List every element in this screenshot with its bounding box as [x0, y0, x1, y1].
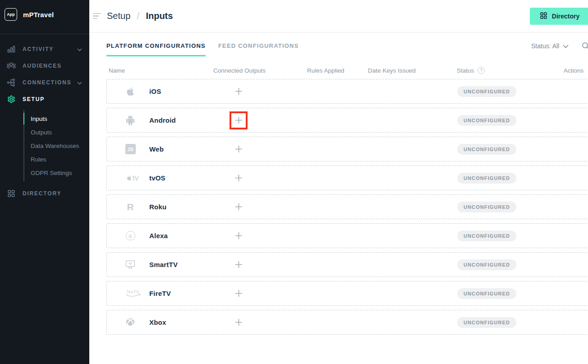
directory-button-label: Directory — [552, 13, 579, 20]
add-output-button-highlighted[interactable] — [230, 111, 248, 129]
tvos-icon: tv — [125, 174, 140, 183]
directory-button[interactable]: Directory — [530, 8, 588, 25]
sidebar-subitem-data-warehouses[interactable]: Data Warehouses — [24, 139, 89, 152]
firetv-icon: fireTV — [125, 290, 141, 298]
bar-chart-icon — [6, 45, 17, 54]
add-output-button[interactable] — [230, 83, 248, 101]
search-icon[interactable] — [581, 41, 588, 51]
column-header-rules-applied: Rules Applied — [307, 67, 368, 74]
sidebar-item-label: DIRECTORY — [23, 190, 61, 197]
sidebar-item-label: CONNECTIONS — [23, 79, 71, 86]
sidebar-subitem-rules[interactable]: Rules — [24, 152, 89, 166]
chevron-down-icon — [77, 78, 82, 87]
platform-name: FireTV — [149, 290, 171, 297]
sidebar-subitem-inputs[interactable]: Inputs — [24, 112, 89, 125]
sidebar-nav: ACTIVITY AUDIENCES — [0, 34, 89, 202]
setup-submenu: Inputs Outputs Data Warehouses Rules GDP… — [23, 110, 89, 181]
add-output-button[interactable] — [230, 140, 248, 158]
grid-icon — [540, 12, 547, 21]
add-output-button[interactable] — [230, 227, 248, 245]
grid-icon — [6, 189, 17, 198]
sidebar-item-audiences[interactable]: AUDIENCES — [0, 57, 89, 74]
main-area: Setup / Inputs Directory PLATFORM CONFIG… — [89, 0, 588, 364]
workspace-switcher[interactable]: App mPTravel — [0, 0, 89, 28]
sidebar-item-label: SETUP — [23, 96, 45, 102]
table-row-smarttv[interactable]: SmartTV UNCONFIGURED — [106, 252, 588, 277]
status-badge: UNCONFIGURED — [457, 86, 516, 97]
platform-name: Web — [149, 145, 164, 153]
chevron-down-icon — [563, 42, 569, 50]
sidebar-item-label: ACTIVITY — [23, 46, 54, 52]
table-row-xbox[interactable]: Xbox UNCONFIGURED — [106, 310, 588, 335]
people-icon — [6, 61, 17, 70]
app-logo-badge: App — [5, 8, 17, 21]
status-badge: UNCONFIGURED — [457, 115, 516, 126]
xbox-icon — [125, 318, 136, 327]
status-badge: UNCONFIGURED — [457, 230, 516, 241]
sidebar-item-setup[interactable]: SETUP — [0, 91, 89, 107]
status-badge: UNCONFIGURED — [457, 144, 516, 155]
help-icon[interactable]: ? — [478, 67, 485, 74]
column-header-date-keys-issued: Date Keys Issued — [368, 67, 457, 74]
status-badge: UNCONFIGURED — [457, 173, 516, 184]
sidebar: App mPTravel ACTIVITY — [0, 0, 89, 364]
toolbar: PLATFORM CONFIGURATIONS FEED CONFIGURATI… — [106, 42, 588, 56]
table-row-web[interactable]: JS Web UNCONFIGURED — [106, 137, 588, 161]
apple-icon — [125, 87, 136, 97]
status-badge: UNCONFIGURED — [457, 317, 516, 328]
add-output-button[interactable] — [230, 198, 248, 216]
add-output-button[interactable] — [230, 169, 248, 187]
page-title: Inputs — [146, 11, 173, 21]
sidebar-subitem-outputs[interactable]: Outputs — [24, 125, 89, 139]
status-filter-label: Status: All — [531, 42, 559, 50]
sidebar-item-label: AUDIENCES — [23, 63, 62, 69]
collapse-menu-icon[interactable] — [93, 13, 103, 19]
column-header-connected-outputs: Connected Outputs — [213, 67, 307, 74]
roku-icon: R — [125, 202, 136, 212]
column-header-status: Status — [457, 67, 474, 74]
sidebar-item-connections[interactable]: CONNECTIONS — [0, 74, 89, 91]
table-row-alexa[interactable]: a Alexa UNCONFIGURED — [106, 223, 588, 248]
content-area: PLATFORM CONFIGURATIONS FEED CONFIGURATI… — [89, 32, 588, 339]
tab-platform-configurations[interactable]: PLATFORM CONFIGURATIONS — [106, 42, 206, 56]
smarttv-icon — [125, 259, 136, 270]
workspace-name: mPTravel — [23, 11, 54, 18]
table-row-tvos[interactable]: tv tvOS UNCONFIGURED — [106, 166, 588, 190]
js-icon: JS — [125, 144, 136, 154]
android-icon — [125, 115, 136, 125]
platform-name: Alexa — [149, 232, 168, 240]
add-output-button[interactable] — [230, 256, 248, 274]
status-badge: UNCONFIGURED — [457, 202, 516, 212]
alexa-icon: a — [125, 231, 136, 240]
add-output-button[interactable] — [230, 313, 248, 332]
platform-name: Xbox — [149, 318, 166, 326]
table-row-roku[interactable]: R Roku UNCONFIGURED — [106, 194, 588, 219]
tab-feed-configurations[interactable]: FEED CONFIGURATIONS — [218, 42, 299, 55]
sidebar-item-directory[interactable]: DIRECTORY — [0, 185, 89, 202]
status-filter-dropdown[interactable]: Status: All — [531, 42, 569, 50]
breadcrumb-separator: / — [137, 10, 139, 22]
network-icon — [6, 78, 17, 87]
table-row-android[interactable]: Android UNCONFIGURED — [106, 108, 588, 133]
column-header-name: Name — [106, 67, 213, 74]
status-badge: UNCONFIGURED — [457, 259, 516, 270]
platform-name: SmartTV — [149, 261, 178, 268]
platform-name: tvOS — [149, 174, 165, 182]
gear-icon — [6, 95, 17, 104]
add-output-button[interactable] — [230, 285, 248, 303]
chevron-down-icon — [77, 45, 82, 53]
sidebar-item-activity[interactable]: ACTIVITY — [0, 41, 89, 57]
app-root: App mPTravel ACTIVITY — [0, 0, 588, 364]
sidebar-subitem-gdpr-settings[interactable]: GDPR Settings — [24, 166, 89, 180]
breadcrumb-section[interactable]: Setup — [107, 11, 130, 21]
table-row-ios[interactable]: iOS UNCONFIGURED — [106, 79, 588, 104]
platform-name: Roku — [149, 203, 166, 211]
table-header-row: Name Connected Outputs Rules Applied Dat… — [106, 65, 588, 76]
column-header-actions: Actions — [564, 67, 588, 74]
platform-name: Android — [149, 116, 176, 124]
platform-rows: iOS UNCONFIGURED Android — [106, 79, 588, 335]
table-row-firetv[interactable]: fireTV FireTV UNCONFIGURED — [106, 281, 588, 306]
platform-name: iOS — [149, 88, 161, 95]
status-badge: UNCONFIGURED — [457, 288, 516, 299]
top-header: Setup / Inputs Directory — [89, 0, 588, 32]
